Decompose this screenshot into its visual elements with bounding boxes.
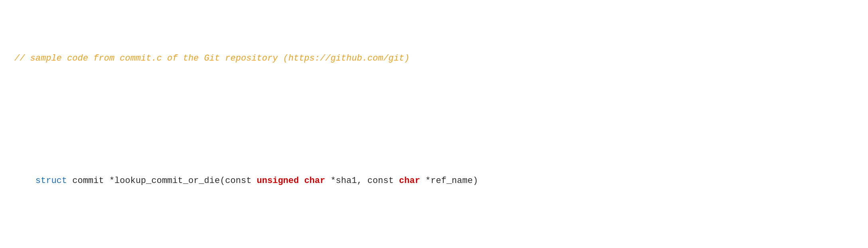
blank-line-1	[14, 93, 854, 106]
char-keyword1: char	[304, 176, 325, 186]
refname-param: *ref_name)	[420, 176, 478, 186]
struct-keyword: struct	[36, 176, 67, 186]
const1: const	[225, 176, 257, 186]
space: commit *lookup_commit_or_die(	[67, 176, 225, 186]
func-signature-line: struct commit *lookup_commit_or_die(cons…	[14, 161, 854, 201]
code-container: // sample code from commit.c of the Git …	[14, 11, 854, 248]
char-keyword2: char	[399, 176, 420, 186]
comment-line: // sample code from commit.c of the Git …	[14, 52, 854, 65]
sha1-param: *sha1, const	[325, 176, 399, 186]
unsigned-keyword: unsigned	[257, 176, 299, 186]
space2	[299, 176, 304, 186]
